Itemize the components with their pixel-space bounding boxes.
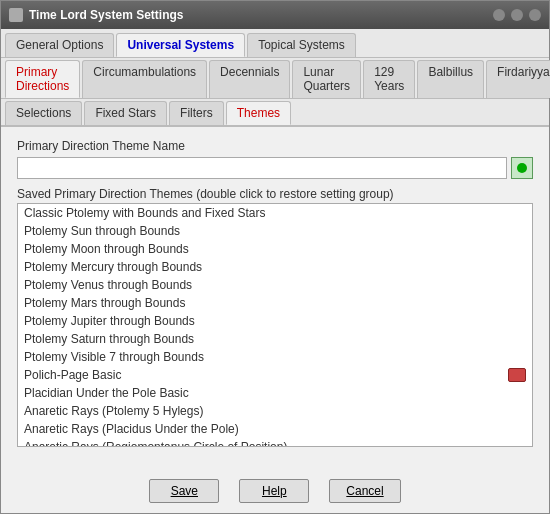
- tab-circumambulations[interactable]: Circumambulations: [82, 60, 207, 98]
- list-item[interactable]: Ptolemy Moon through Bounds: [18, 240, 532, 258]
- list-item[interactable]: Ptolemy Mercury through Bounds: [18, 258, 532, 276]
- input-row: [17, 157, 533, 179]
- list-item[interactable]: Ptolemy Venus through Bounds: [18, 276, 532, 294]
- tab-themes[interactable]: Themes: [226, 101, 291, 125]
- tab-balbillus[interactable]: Balbillus: [417, 60, 484, 98]
- list-item[interactable]: Ptolemy Mars through Bounds: [18, 294, 532, 312]
- window-btn-1[interactable]: [493, 9, 505, 21]
- tab-129-years[interactable]: 129 Years: [363, 60, 415, 98]
- tab-decennials[interactable]: Decennials: [209, 60, 290, 98]
- list-item[interactable]: Anaretic Rays (Placidus Under the Pole): [18, 420, 532, 438]
- list-item[interactable]: Placidian Under the Pole Basic: [18, 384, 532, 402]
- window-title: Time Lord System Settings: [29, 8, 183, 22]
- tab-row-1: General Options Universal Systems Topica…: [1, 29, 549, 58]
- cancel-button[interactable]: Cancel: [329, 479, 400, 503]
- list-item[interactable]: Ptolemy Visible 7 through Bounds: [18, 348, 532, 366]
- theme-name-input[interactable]: [17, 157, 507, 179]
- delete-theme-button[interactable]: [508, 368, 526, 382]
- list-item[interactable]: Polich-Page Basic: [18, 366, 532, 384]
- tab-topical-systems[interactable]: Topical Systems: [247, 33, 356, 57]
- tab-universal-systems[interactable]: Universal Systems: [116, 33, 245, 57]
- help-button[interactable]: Help: [239, 479, 309, 503]
- save-button[interactable]: Save: [149, 479, 219, 503]
- window: Time Lord System Settings General Option…: [0, 0, 550, 514]
- list-label: Saved Primary Direction Themes (double c…: [17, 187, 533, 201]
- field-label: Primary Direction Theme Name: [17, 139, 533, 153]
- tab-filters[interactable]: Filters: [169, 101, 224, 125]
- bottom-bar: Save Help Cancel: [1, 471, 549, 513]
- tab-row-2: Primary Directions Circumambulations Dec…: [1, 58, 549, 99]
- list-item[interactable]: Ptolemy Saturn through Bounds: [18, 330, 532, 348]
- list-item[interactable]: Ptolemy Jupiter through Bounds: [18, 312, 532, 330]
- tab-primary-directions[interactable]: Primary Directions: [5, 60, 80, 98]
- list-item[interactable]: Ptolemy Sun through Bounds: [18, 222, 532, 240]
- tab-selections[interactable]: Selections: [5, 101, 82, 125]
- list-item[interactable]: Classic Ptolemy with Bounds and Fixed St…: [18, 204, 532, 222]
- green-dot-icon: [517, 163, 527, 173]
- title-bar: Time Lord System Settings: [1, 1, 549, 29]
- window-btn-3[interactable]: [529, 9, 541, 21]
- tab-general-options[interactable]: General Options: [5, 33, 114, 57]
- themes-list[interactable]: Classic Ptolemy with Bounds and Fixed St…: [17, 203, 533, 447]
- add-theme-button[interactable]: [511, 157, 533, 179]
- tab-row-3: Selections Fixed Stars Filters Themes: [1, 99, 549, 127]
- app-icon: [9, 8, 23, 22]
- tab-fixed-stars[interactable]: Fixed Stars: [84, 101, 167, 125]
- window-btn-2[interactable]: [511, 9, 523, 21]
- list-item[interactable]: Anaretic Rays (Regiomontanus Circle of P…: [18, 438, 532, 447]
- main-content: Primary Direction Theme Name Saved Prima…: [1, 127, 549, 471]
- tab-lunar-quarters[interactable]: Lunar Quarters: [292, 60, 361, 98]
- tab-firdariyyah[interactable]: Firdariyyah: [486, 60, 550, 98]
- list-item[interactable]: Anaretic Rays (Ptolemy 5 Hylegs): [18, 402, 532, 420]
